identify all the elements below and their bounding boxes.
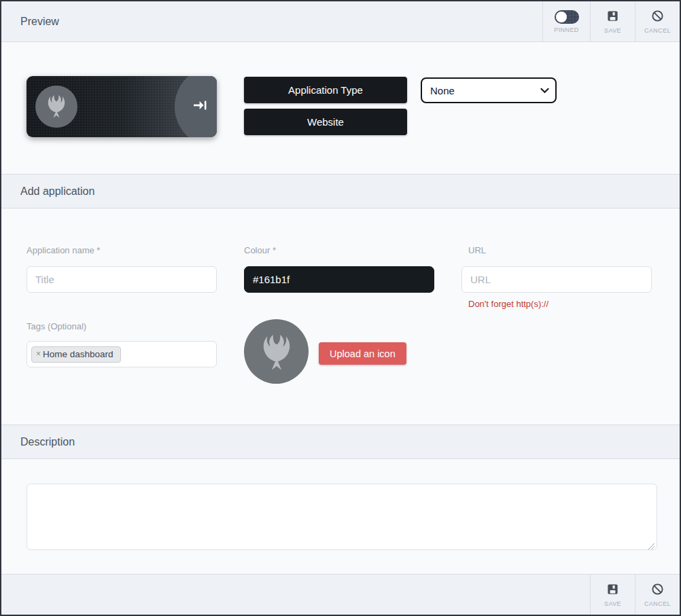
description-section [1, 459, 680, 574]
preview-section: Application Type Website None [1, 42, 680, 174]
pinned-label: PINNED [554, 26, 578, 33]
sign-in-arrow-icon [193, 98, 208, 115]
footer-bar: SAVE CANCEL [1, 574, 680, 615]
floppy-disk-icon [606, 10, 619, 24]
add-application-heading: Add application [20, 185, 94, 198]
floppy-disk-icon [606, 583, 619, 598]
cancel-label: CANCEL [644, 27, 671, 34]
pinned-toggle[interactable] [555, 10, 579, 24]
upload-icon-button[interactable]: Upload an icon [319, 342, 406, 365]
add-application-window: Preview PINNED SAVE [0, 0, 681, 616]
tag-text: Home dashboard [43, 349, 114, 359]
app-tile-preview[interactable] [27, 76, 217, 137]
tag-chip: × Home dashboard [31, 346, 121, 363]
header-actions: PINNED SAVE [542, 1, 680, 41]
pinned-toggle-cell: PINNED [542, 1, 590, 41]
application-type-select-wrap: None [421, 77, 557, 103]
website-button[interactable]: Website [244, 109, 407, 135]
cancel-icon [651, 583, 664, 598]
cancel-icon [651, 10, 664, 24]
application-name-input[interactable] [27, 266, 217, 293]
save-button[interactable]: SAVE [590, 575, 635, 615]
footer-actions: SAVE CANCEL [590, 575, 680, 615]
heimdall-logo-icon [252, 326, 301, 378]
colour-input[interactable] [244, 266, 434, 293]
description-heading: Description [20, 436, 75, 448]
tags-label: Tags (Optional) [27, 321, 86, 331]
url-input[interactable] [461, 266, 652, 293]
description-section-bar: Description [1, 424, 680, 459]
cancel-label: CANCEL [644, 600, 671, 607]
application-type-select[interactable]: None [421, 77, 557, 103]
preview-title: Preview [1, 16, 59, 28]
application-type-button[interactable]: Application Type [244, 77, 407, 103]
save-label: SAVE [604, 27, 621, 34]
tag-remove-icon[interactable]: × [36, 350, 41, 358]
toggle-knob-icon [556, 12, 567, 22]
resize-grip-icon[interactable] [648, 541, 655, 548]
tags-input[interactable]: × Home dashboard [27, 341, 217, 367]
application-name-label: Application name * [27, 245, 100, 255]
url-label: URL [468, 245, 486, 255]
application-icon-preview [244, 319, 309, 384]
colour-label: Colour * [244, 245, 276, 255]
cancel-button[interactable]: CANCEL [635, 575, 680, 615]
save-button[interactable]: SAVE [590, 1, 635, 41]
heimdall-logo-icon [41, 90, 72, 124]
preview-header: Preview PINNED SAVE [1, 1, 680, 42]
add-application-section-bar: Add application [1, 174, 680, 209]
tile-app-badge [35, 86, 77, 128]
save-label: SAVE [604, 600, 621, 607]
cancel-button[interactable]: CANCEL [635, 1, 680, 41]
url-hint: Don't forget http(s):// [468, 299, 548, 309]
application-form: Application name * Colour * URL Don't fo… [1, 209, 680, 424]
description-textarea[interactable] [27, 484, 657, 550]
